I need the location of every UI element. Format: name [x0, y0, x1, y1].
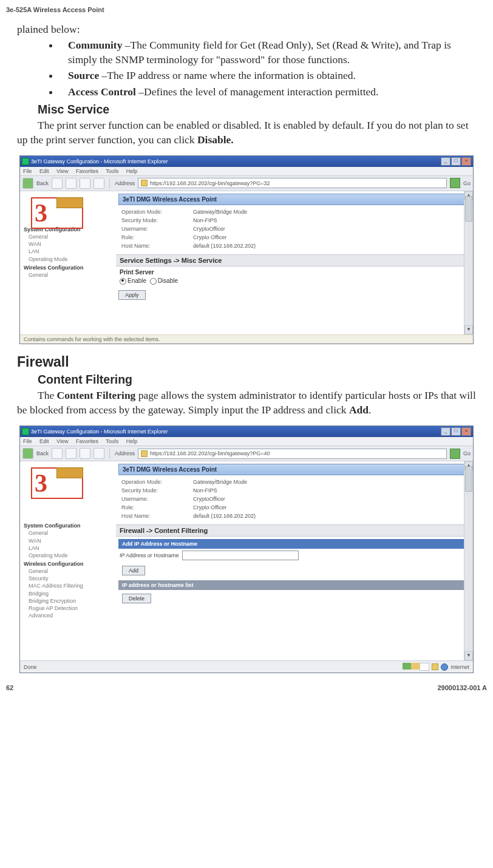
go-label: Go — [463, 450, 471, 456]
menu-help[interactable]: Help — [126, 168, 138, 174]
menu-bar: File Edit View Favorites Tools Help — [20, 167, 473, 176]
nav-group-system: System Configuration — [24, 522, 114, 529]
menu-view[interactable]: View — [56, 438, 68, 444]
app-icon — [22, 428, 29, 435]
add-button[interactable]: Add — [122, 566, 145, 575]
text-community: –The Community field for Get (Read Only)… — [68, 39, 451, 66]
firewall-paragraph: The Content Filtering page allows the sy… — [17, 388, 476, 417]
menu-file[interactable]: File — [23, 168, 32, 174]
lock-icon — [141, 450, 148, 457]
close-button[interactable]: × — [461, 427, 471, 436]
bullet-community: Community –The Community field for Get (… — [59, 38, 476, 67]
bullet-source: Source –The IP address or name where the… — [59, 68, 476, 83]
status-zone: Internet — [450, 664, 469, 670]
menu-help[interactable]: Help — [126, 438, 138, 444]
refresh-button[interactable] — [80, 448, 90, 459]
logo-3e: 3 — [31, 467, 83, 499]
status-bar: Done Internet — [20, 660, 473, 673]
minimize-button[interactable]: _ — [441, 427, 450, 436]
nav-lan[interactable]: LAN — [29, 544, 114, 552]
forward-button[interactable] — [52, 178, 63, 189]
scroll-down-icon[interactable]: ▼ — [464, 651, 473, 660]
delete-button[interactable]: Delete — [122, 594, 151, 603]
menu-favorites[interactable]: Favorites — [76, 438, 98, 444]
globe-icon — [441, 663, 448, 671]
misc-paragraph: The print server function can be enabled… — [17, 118, 476, 147]
nav-operating-mode[interactable]: Operating Mode — [29, 552, 114, 559]
address-label: Address — [115, 450, 135, 456]
ip-input[interactable] — [182, 551, 299, 560]
forward-button[interactable] — [52, 448, 63, 459]
ip-input-label: IP Address or Hostname — [120, 552, 178, 558]
address-bar[interactable]: https://192.168.202.202/cgi-bin/sgateway… — [138, 178, 447, 188]
nav-lan[interactable]: LAN — [29, 248, 114, 255]
scroll-thumb[interactable] — [465, 466, 472, 492]
address-bar[interactable]: https://192.168.202.202/cgi-bin/sgateway… — [138, 449, 447, 459]
nav-rogue-ap[interactable]: Rogue AP Detection — [29, 605, 114, 612]
toolbar: Back Address https://192.168.202.202/cgi… — [20, 176, 473, 191]
definition-list: Community –The Community field for Get (… — [17, 38, 476, 99]
url-text: https://192.168.202.202/cgi-bin/sgateway… — [150, 450, 270, 456]
scrollbar[interactable]: ▲ ▼ — [464, 191, 473, 334]
heading-misc-service: Misc Service — [38, 103, 476, 117]
window-title: 3eTI Gateway Configuration - Microsoft I… — [31, 429, 168, 435]
go-button[interactable] — [450, 449, 460, 459]
menu-edit[interactable]: Edit — [39, 438, 49, 444]
go-label: Go — [463, 180, 471, 186]
menu-tools[interactable]: Tools — [106, 438, 118, 444]
home-button[interactable] — [93, 178, 104, 189]
doc-number: 29000132-001 A — [437, 684, 487, 691]
status-indicators — [403, 663, 429, 671]
nav-wan[interactable]: WAN — [29, 240, 114, 248]
scrollbar[interactable]: ▲ ▼ — [464, 461, 473, 660]
menu-file[interactable]: File — [23, 438, 32, 444]
stop-button[interactable] — [66, 448, 76, 459]
nav-wireless-general[interactable]: General — [29, 271, 114, 279]
screenshot-misc-service: 3eTI Gateway Configuration - Microsoft I… — [19, 155, 474, 344]
nav-group-wireless: Wireless Configuration — [24, 264, 114, 271]
refresh-button[interactable] — [80, 178, 90, 189]
nav-wan[interactable]: WAN — [29, 537, 114, 544]
back-button[interactable] — [22, 448, 33, 459]
maximize-button[interactable]: □ — [451, 157, 461, 166]
menu-view[interactable]: View — [56, 168, 68, 174]
nav-general[interactable]: General — [29, 233, 114, 240]
nav-bridging[interactable]: Bridging — [29, 590, 114, 597]
menu-favorites[interactable]: Favorites — [76, 168, 98, 174]
nav-advanced[interactable]: Advanced — [29, 612, 114, 619]
url-text: https://192.168.202.202/cgi-bin/sgateway… — [150, 180, 270, 186]
nav-wireless-general[interactable]: General — [29, 568, 114, 575]
lock-icon — [432, 663, 438, 670]
scroll-thumb[interactable] — [465, 196, 472, 222]
screenshot-content-filtering: 3eTI Gateway Configuration - Microsoft I… — [19, 426, 474, 673]
radio-disable[interactable] — [150, 278, 157, 285]
radio-enable[interactable] — [120, 278, 126, 285]
nav-general[interactable]: General — [29, 529, 114, 537]
heading-firewall: Firewall — [17, 354, 476, 370]
back-button[interactable] — [22, 178, 33, 189]
nav-operating-mode[interactable]: Operating Mode — [29, 256, 114, 263]
menu-edit[interactable]: Edit — [39, 168, 49, 174]
maximize-button[interactable]: □ — [451, 427, 461, 436]
window-controls: _ □ × — [441, 427, 471, 436]
home-button[interactable] — [93, 448, 104, 459]
print-server-radios: Enable Disable — [120, 277, 468, 285]
scroll-down-icon[interactable]: ▼ — [464, 325, 473, 334]
apply-button[interactable]: Apply — [118, 290, 146, 300]
window-title: 3eTI Gateway Configuration - Microsoft I… — [31, 158, 168, 164]
window-titlebar: 3eTI Gateway Configuration - Microsoft I… — [20, 156, 473, 167]
bullet-access-control: Access Control –Defines the level of man… — [59, 84, 476, 99]
section-heading: Firewall -> Content Filtering — [116, 524, 473, 537]
window-controls: _ □ × — [441, 157, 471, 166]
separator — [109, 178, 110, 189]
ip-input-row: IP Address or Hostname — [120, 551, 468, 560]
minimize-button[interactable]: _ — [441, 157, 450, 166]
print-server-label: Print Server — [120, 269, 468, 276]
close-button[interactable]: × — [461, 157, 471, 166]
nav-security[interactable]: Security — [29, 575, 114, 582]
nav-bridging-encryption[interactable]: Bridging Encryption — [29, 597, 114, 605]
go-button[interactable] — [450, 178, 460, 188]
stop-button[interactable] — [66, 178, 76, 189]
nav-mac-filtering[interactable]: MAC Address Filtering — [29, 582, 114, 589]
menu-tools[interactable]: Tools — [106, 168, 118, 174]
